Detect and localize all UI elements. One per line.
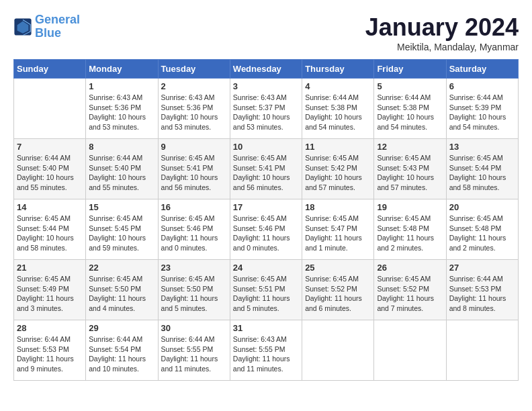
week-row-1: 1Sunrise: 6:43 AM Sunset: 5:36 PM Daylig… [14,79,519,139]
day-number: 20 [449,202,515,212]
calendar-cell: 30Sunrise: 6:44 AM Sunset: 5:55 PM Dayli… [158,320,230,381]
day-info: Sunrise: 6:45 AM Sunset: 5:41 PM Dayligh… [233,153,299,193]
logo: GeneralBlue [13,13,80,40]
day-number: 26 [377,263,443,273]
calendar-cell: 14Sunrise: 6:45 AM Sunset: 5:44 PM Dayli… [14,199,86,260]
title-block: January 2024 Meiktila, Mandalay, Myanmar [365,13,519,52]
day-number: 21 [17,263,83,273]
day-info: Sunrise: 6:43 AM Sunset: 5:36 PM Dayligh… [161,93,227,132]
month-title: January 2024 [365,13,519,42]
day-number: 19 [377,202,443,212]
calendar-cell: 15Sunrise: 6:45 AM Sunset: 5:45 PM Dayli… [86,199,158,260]
week-row-3: 14Sunrise: 6:45 AM Sunset: 5:44 PM Dayli… [14,199,519,260]
day-number: 31 [233,323,299,333]
day-number: 15 [89,202,154,212]
calendar-cell: 16Sunrise: 6:45 AM Sunset: 5:46 PM Dayli… [158,199,230,260]
day-info: Sunrise: 6:45 AM Sunset: 5:43 PM Dayligh… [377,153,443,193]
day-info: Sunrise: 6:45 AM Sunset: 5:49 PM Dayligh… [17,274,83,314]
day-number: 27 [449,263,515,273]
weekday-header-wednesday: Wednesday [230,60,302,79]
weekday-header-thursday: Thursday [302,60,374,79]
calendar-cell [14,79,86,139]
calendar-cell: 25Sunrise: 6:45 AM Sunset: 5:52 PM Dayli… [302,260,374,320]
week-row-5: 28Sunrise: 6:44 AM Sunset: 5:53 PM Dayli… [14,320,519,381]
day-number: 6 [449,81,515,91]
day-info: Sunrise: 6:44 AM Sunset: 5:38 PM Dayligh… [305,93,371,132]
week-row-4: 21Sunrise: 6:45 AM Sunset: 5:49 PM Dayli… [14,260,519,320]
calendar-cell: 6Sunrise: 6:44 AM Sunset: 5:39 PM Daylig… [446,79,518,139]
day-info: Sunrise: 6:45 AM Sunset: 5:46 PM Dayligh… [233,214,299,253]
day-number: 25 [305,263,371,273]
day-number: 12 [377,142,443,152]
day-info: Sunrise: 6:45 AM Sunset: 5:48 PM Dayligh… [449,214,515,253]
day-info: Sunrise: 6:44 AM Sunset: 5:39 PM Dayligh… [449,93,515,132]
calendar-cell: 1Sunrise: 6:43 AM Sunset: 5:36 PM Daylig… [86,79,158,139]
weekday-header-monday: Monday [86,60,158,79]
day-number: 7 [17,142,83,152]
calendar-cell: 29Sunrise: 6:44 AM Sunset: 5:54 PM Dayli… [86,320,158,381]
day-info: Sunrise: 6:44 AM Sunset: 5:40 PM Dayligh… [17,153,83,193]
day-info: Sunrise: 6:45 AM Sunset: 5:51 PM Dayligh… [233,274,299,314]
day-number: 11 [305,142,371,152]
day-info: Sunrise: 6:44 AM Sunset: 5:54 PM Dayligh… [89,334,154,374]
day-number: 8 [89,142,154,152]
day-number: 18 [305,202,371,212]
calendar-cell: 8Sunrise: 6:44 AM Sunset: 5:40 PM Daylig… [86,139,158,199]
calendar-cell: 5Sunrise: 6:44 AM Sunset: 5:38 PM Daylig… [374,79,446,139]
calendar-cell: 13Sunrise: 6:45 AM Sunset: 5:44 PM Dayli… [446,139,518,199]
logo-text: GeneralBlue [35,13,80,40]
calendar-cell: 10Sunrise: 6:45 AM Sunset: 5:41 PM Dayli… [230,139,302,199]
day-info: Sunrise: 6:45 AM Sunset: 5:44 PM Dayligh… [17,214,83,253]
calendar-cell: 2Sunrise: 6:43 AM Sunset: 5:36 PM Daylig… [158,79,230,139]
weekday-header-friday: Friday [374,60,446,79]
day-number: 9 [161,142,227,152]
day-info: Sunrise: 6:45 AM Sunset: 5:45 PM Dayligh… [89,214,154,253]
day-number: 23 [161,263,227,273]
day-number: 13 [449,142,515,152]
day-number: 29 [89,323,154,333]
day-info: Sunrise: 6:45 AM Sunset: 5:46 PM Dayligh… [161,214,227,253]
day-info: Sunrise: 6:43 AM Sunset: 5:55 PM Dayligh… [233,334,299,374]
day-number: 16 [161,202,227,212]
calendar-cell [302,320,374,381]
day-number: 4 [305,81,371,91]
calendar-cell [374,320,446,381]
day-info: Sunrise: 6:43 AM Sunset: 5:37 PM Dayligh… [233,93,299,132]
day-info: Sunrise: 6:45 AM Sunset: 5:52 PM Dayligh… [305,274,371,314]
day-number: 3 [233,81,299,91]
calendar-cell: 31Sunrise: 6:43 AM Sunset: 5:55 PM Dayli… [230,320,302,381]
day-number: 30 [161,323,227,333]
calendar-cell: 28Sunrise: 6:44 AM Sunset: 5:53 PM Dayli… [14,320,86,381]
calendar-cell: 19Sunrise: 6:45 AM Sunset: 5:48 PM Dayli… [374,199,446,260]
day-number: 10 [233,142,299,152]
day-number: 1 [89,81,154,91]
calendar-cell: 18Sunrise: 6:45 AM Sunset: 5:47 PM Dayli… [302,199,374,260]
day-info: Sunrise: 6:44 AM Sunset: 5:55 PM Dayligh… [161,334,227,374]
calendar-cell: 22Sunrise: 6:45 AM Sunset: 5:50 PM Dayli… [86,260,158,320]
week-row-2: 7Sunrise: 6:44 AM Sunset: 5:40 PM Daylig… [14,139,519,199]
day-info: Sunrise: 6:44 AM Sunset: 5:40 PM Dayligh… [89,153,154,193]
day-number: 24 [233,263,299,273]
day-number: 28 [17,323,83,333]
calendar-cell: 23Sunrise: 6:45 AM Sunset: 5:50 PM Dayli… [158,260,230,320]
calendar-cell: 24Sunrise: 6:45 AM Sunset: 5:51 PM Dayli… [230,260,302,320]
day-info: Sunrise: 6:45 AM Sunset: 5:47 PM Dayligh… [305,214,371,253]
calendar-cell: 4Sunrise: 6:44 AM Sunset: 5:38 PM Daylig… [302,79,374,139]
day-info: Sunrise: 6:43 AM Sunset: 5:36 PM Dayligh… [89,93,154,132]
day-number: 2 [161,81,227,91]
day-info: Sunrise: 6:45 AM Sunset: 5:48 PM Dayligh… [377,214,443,253]
calendar-cell: 26Sunrise: 6:45 AM Sunset: 5:52 PM Dayli… [374,260,446,320]
weekday-header-saturday: Saturday [446,60,518,79]
calendar-cell: 7Sunrise: 6:44 AM Sunset: 5:40 PM Daylig… [14,139,86,199]
calendar-cell: 27Sunrise: 6:44 AM Sunset: 5:53 PM Dayli… [446,260,518,320]
location: Meiktila, Mandalay, Myanmar [365,42,519,52]
weekday-header-sunday: Sunday [14,60,86,79]
calendar-cell: 17Sunrise: 6:45 AM Sunset: 5:46 PM Dayli… [230,199,302,260]
day-info: Sunrise: 6:45 AM Sunset: 5:50 PM Dayligh… [161,274,227,314]
day-info: Sunrise: 6:45 AM Sunset: 5:52 PM Dayligh… [377,274,443,314]
calendar-cell: 12Sunrise: 6:45 AM Sunset: 5:43 PM Dayli… [374,139,446,199]
calendar-cell: 9Sunrise: 6:45 AM Sunset: 5:41 PM Daylig… [158,139,230,199]
calendar-cell: 3Sunrise: 6:43 AM Sunset: 5:37 PM Daylig… [230,79,302,139]
page-header: GeneralBlue January 2024 Meiktila, Manda… [13,13,519,52]
day-info: Sunrise: 6:44 AM Sunset: 5:38 PM Dayligh… [377,93,443,132]
